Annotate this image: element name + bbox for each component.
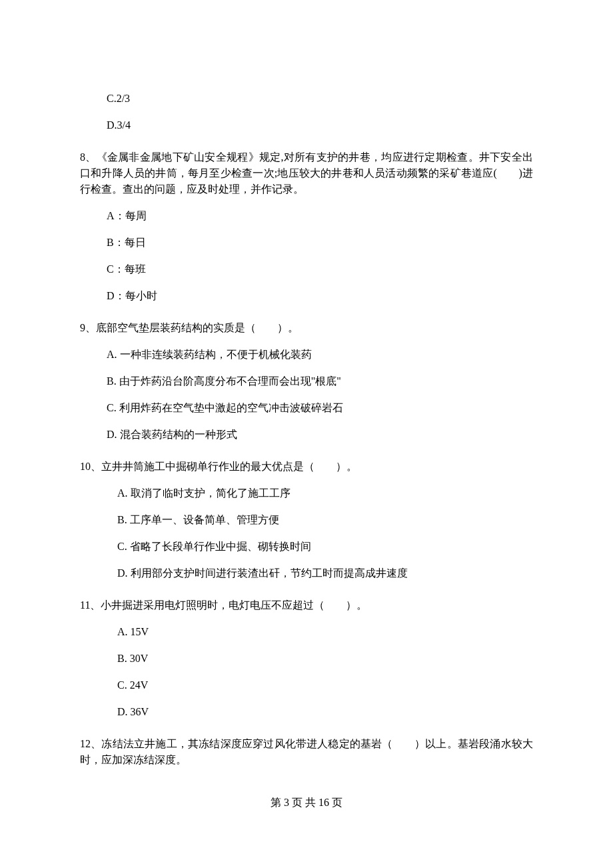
question-10: 10、立井井筒施工中掘砌单行作业的最大优点是（ ）。 [80,459,533,475]
q10-option-a: A. 取消了临时支护，简化了施工工序 [117,485,533,501]
q8-option-a: A：每周 [107,208,533,224]
q8-option-c: C：每班 [107,261,533,277]
q7-option-c: C.2/3 [107,91,533,107]
q11-option-d: D. 36V [117,704,533,720]
question-9: 9、底部空气垫层装药结构的实质是（ ）。 [80,320,533,336]
q10-option-d: D. 利用部分支护时间进行装渣出矸，节约工时而提高成井速度 [117,565,533,581]
q9-option-d: D. 混合装药结构的一种形式 [107,427,533,443]
q8-option-b: B：每日 [107,235,533,251]
q11-option-b: B. 30V [117,651,533,667]
q8-option-d: D：每小时 [107,288,533,304]
q9-option-b: B. 由于炸药沿台阶高度分布不合理而会出现"根底" [107,373,533,389]
q10-option-b: B. 工序单一、设备简单、管理方便 [117,512,533,528]
q7-option-d: D.3/4 [107,117,533,133]
q11-option-a: A. 15V [117,624,533,640]
question-8: 8、《金属非金属地下矿山安全规程》规定,对所有支护的井巷，均应进行定期检查。井下… [80,149,533,197]
q9-option-a: A. 一种非连续装药结构，不便于机械化装药 [107,347,533,363]
q11-option-c: C. 24V [117,677,533,693]
q10-option-c: C. 省略了长段单行作业中掘、砌转换时间 [117,539,533,555]
question-11: 11、小井掘进采用电灯照明时，电灯电压不应超过（ ）。 [80,597,533,613]
question-12: 12、冻结法立井施工，其冻结深度应穿过风化带进人稳定的基岩（ ）以上。基岩段涌水… [80,736,533,768]
page-footer: 第 3 页 共 16 页 [80,795,533,811]
q9-option-c: C. 利用炸药在空气垫中激起的空气冲击波破碎岩石 [107,400,533,416]
